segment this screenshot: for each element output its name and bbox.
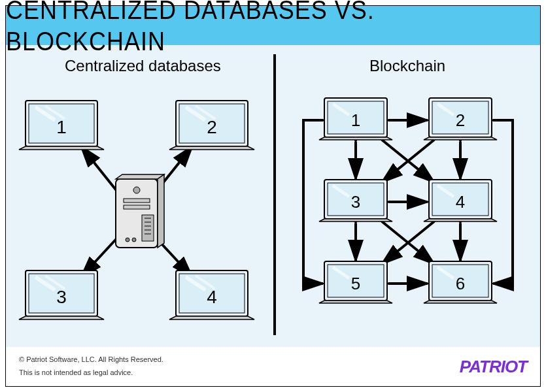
node-label: 1: [351, 110, 360, 130]
node-label: 5: [351, 274, 360, 293]
footer: © Patriot Software, LLC. All Rights Rese…: [6, 347, 540, 386]
svg-rect-9: [124, 205, 150, 209]
laptop-1-icon: 1: [19, 101, 104, 150]
laptop-4-icon: 4: [424, 180, 497, 221]
centralized-diagram: 1 2 3 4: [6, 71, 267, 346]
node-label: 2: [456, 110, 465, 130]
laptop-1-icon: 1: [319, 98, 392, 140]
laptop-6-icon: 6: [424, 261, 497, 303]
svg-point-16: [126, 238, 129, 242]
laptop-2-icon: 2: [424, 98, 497, 140]
laptop-2-icon: 2: [169, 101, 254, 150]
title-bar: CENTRALIZED DATABASES VS. BLOCKCHAIN: [6, 6, 540, 45]
laptop-3-icon: 3: [19, 270, 104, 319]
node-label: 3: [351, 192, 360, 212]
content-area: Centralized databases Blockchain: [6, 45, 540, 346]
node-label: 4: [456, 192, 465, 212]
svg-rect-8: [124, 199, 150, 203]
blockchain-diagram: 1 2 3 4 5 6: [277, 71, 539, 346]
vertical-divider: [273, 54, 276, 335]
node-label: 2: [207, 117, 217, 137]
laptop-4-icon: 4: [169, 270, 254, 319]
diagram-frame: CENTRALIZED DATABASES VS. BLOCKCHAIN Cen…: [5, 5, 541, 387]
node-label: 6: [456, 274, 465, 293]
server-icon: [116, 174, 164, 248]
copyright-text: © Patriot Software, LLC. All Rights Rese…: [19, 353, 163, 367]
svg-rect-10: [142, 215, 154, 241]
svg-point-17: [132, 238, 136, 242]
node-label: 1: [56, 117, 67, 137]
svg-point-7: [133, 187, 140, 193]
laptop-3-icon: 3: [319, 180, 392, 221]
svg-line-2: [81, 146, 120, 195]
footer-text: © Patriot Software, LLC. All Rights Rese…: [19, 353, 163, 380]
node-label: 4: [207, 287, 217, 307]
brand-logo: PATRIOT: [460, 357, 527, 377]
laptop-5-icon: 5: [319, 261, 392, 303]
node-label: 3: [56, 287, 67, 307]
disclaimer-text: This is not intended as legal advice.: [19, 367, 163, 380]
